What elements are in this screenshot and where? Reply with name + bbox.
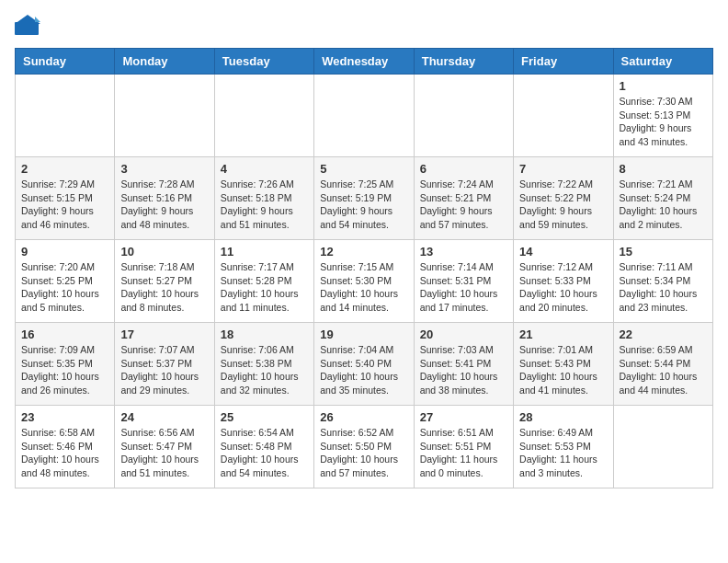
- calendar-cell: 2Sunrise: 7:29 AM Sunset: 5:15 PM Daylig…: [16, 157, 115, 240]
- calendar-cell: 22Sunrise: 6:59 AM Sunset: 5:44 PM Dayli…: [613, 323, 712, 406]
- day-info: Sunrise: 7:21 AM Sunset: 5:24 PM Dayligh…: [620, 178, 707, 232]
- day-info: Sunrise: 7:28 AM Sunset: 5:16 PM Dayligh…: [120, 178, 208, 232]
- calendar-week-row: 2Sunrise: 7:29 AM Sunset: 5:15 PM Daylig…: [16, 157, 713, 240]
- day-number: 14: [519, 245, 607, 259]
- day-number: 11: [221, 245, 308, 259]
- calendar-cell: 25Sunrise: 6:54 AM Sunset: 5:48 PM Dayli…: [214, 406, 313, 488]
- calendar-week-row: 23Sunrise: 6:58 AM Sunset: 5:46 PM Dayli…: [16, 406, 713, 488]
- calendar-cell: 15Sunrise: 7:11 AM Sunset: 5:34 PM Dayli…: [613, 240, 712, 323]
- day-number: 2: [21, 162, 108, 176]
- day-info: Sunrise: 7:07 AM Sunset: 5:37 PM Dayligh…: [120, 343, 208, 397]
- day-info: Sunrise: 7:25 AM Sunset: 5:19 PM Dayligh…: [320, 178, 407, 232]
- weekday-header-wednesday: Wednesday: [314, 49, 414, 75]
- calendar-cell: 9Sunrise: 7:20 AM Sunset: 5:25 PM Daylig…: [16, 240, 115, 323]
- day-number: 9: [21, 245, 108, 259]
- day-info: Sunrise: 6:51 AM Sunset: 5:51 PM Dayligh…: [420, 426, 507, 480]
- day-number: 27: [420, 410, 507, 424]
- svg-marker-2: [35, 17, 40, 22]
- weekday-header-row: SundayMondayTuesdayWednesdayThursdayFrid…: [16, 49, 713, 75]
- day-info: Sunrise: 7:29 AM Sunset: 5:15 PM Dayligh…: [21, 178, 108, 232]
- weekday-header-friday: Friday: [514, 49, 613, 75]
- day-number: 3: [120, 162, 208, 176]
- day-info: Sunrise: 6:59 AM Sunset: 5:44 PM Dayligh…: [620, 343, 707, 397]
- day-number: 8: [620, 162, 707, 176]
- day-info: Sunrise: 6:58 AM Sunset: 5:46 PM Dayligh…: [21, 426, 108, 480]
- calendar-cell: 20Sunrise: 7:03 AM Sunset: 5:41 PM Dayli…: [414, 323, 513, 406]
- calendar-cell: 17Sunrise: 7:07 AM Sunset: 5:37 PM Dayli…: [115, 323, 214, 406]
- calendar-cell: [314, 75, 414, 157]
- day-info: Sunrise: 7:26 AM Sunset: 5:18 PM Dayligh…: [221, 178, 308, 232]
- day-number: 13: [420, 245, 507, 259]
- calendar-cell: 18Sunrise: 7:06 AM Sunset: 5:38 PM Dayli…: [214, 323, 313, 406]
- calendar-cell: [214, 75, 313, 157]
- weekday-header-monday: Monday: [115, 49, 214, 75]
- day-info: Sunrise: 7:09 AM Sunset: 5:35 PM Dayligh…: [21, 343, 108, 397]
- day-number: 5: [320, 162, 407, 176]
- calendar-cell: 1Sunrise: 7:30 AM Sunset: 5:13 PM Daylig…: [613, 75, 712, 157]
- calendar-cell: [414, 75, 513, 157]
- day-info: Sunrise: 6:56 AM Sunset: 5:47 PM Dayligh…: [120, 426, 208, 480]
- day-number: 25: [221, 410, 308, 424]
- calendar-cell: [115, 75, 214, 157]
- day-number: 19: [320, 327, 407, 341]
- calendar-cell: 10Sunrise: 7:18 AM Sunset: 5:27 PM Dayli…: [115, 240, 214, 323]
- calendar-cell: 8Sunrise: 7:21 AM Sunset: 5:24 PM Daylig…: [613, 157, 712, 240]
- day-number: 20: [420, 327, 507, 341]
- day-info: Sunrise: 7:17 AM Sunset: 5:28 PM Dayligh…: [221, 260, 308, 315]
- calendar-cell: [514, 75, 613, 157]
- day-info: Sunrise: 7:12 AM Sunset: 5:33 PM Dayligh…: [519, 260, 607, 315]
- calendar-cell: 16Sunrise: 7:09 AM Sunset: 5:35 PM Dayli…: [16, 323, 115, 406]
- day-info: Sunrise: 7:11 AM Sunset: 5:34 PM Dayligh…: [620, 260, 707, 315]
- calendar-cell: 23Sunrise: 6:58 AM Sunset: 5:46 PM Dayli…: [16, 406, 115, 488]
- day-number: 4: [221, 162, 308, 176]
- day-number: 15: [620, 245, 707, 259]
- weekday-header-thursday: Thursday: [414, 49, 513, 75]
- day-info: Sunrise: 7:03 AM Sunset: 5:41 PM Dayligh…: [420, 343, 507, 397]
- day-number: 21: [519, 327, 607, 341]
- calendar-table: SundayMondayTuesdayWednesdayThursdayFrid…: [15, 48, 713, 488]
- day-info: Sunrise: 7:15 AM Sunset: 5:30 PM Dayligh…: [320, 260, 407, 315]
- day-number: 23: [21, 410, 108, 424]
- day-number: 28: [519, 410, 607, 424]
- day-number: 16: [21, 327, 108, 341]
- calendar-cell: 11Sunrise: 7:17 AM Sunset: 5:28 PM Dayli…: [214, 240, 313, 323]
- weekday-header-sunday: Sunday: [16, 49, 115, 75]
- svg-rect-0: [15, 22, 39, 35]
- day-number: 18: [221, 327, 308, 341]
- day-number: 10: [120, 245, 208, 259]
- day-number: 7: [519, 162, 607, 176]
- calendar-cell: 24Sunrise: 6:56 AM Sunset: 5:47 PM Dayli…: [115, 406, 214, 488]
- day-number: 26: [320, 410, 407, 424]
- calendar-cell: 4Sunrise: 7:26 AM Sunset: 5:18 PM Daylig…: [214, 157, 313, 240]
- calendar-cell: 14Sunrise: 7:12 AM Sunset: 5:33 PM Dayli…: [514, 240, 613, 323]
- day-info: Sunrise: 7:18 AM Sunset: 5:27 PM Dayligh…: [120, 260, 208, 315]
- day-number: 6: [420, 162, 507, 176]
- weekday-header-tuesday: Tuesday: [214, 49, 313, 75]
- logo-icon: [15, 15, 40, 37]
- calendar-week-row: 16Sunrise: 7:09 AM Sunset: 5:35 PM Dayli…: [16, 323, 713, 406]
- day-info: Sunrise: 7:01 AM Sunset: 5:43 PM Dayligh…: [519, 343, 607, 397]
- calendar-cell: [613, 406, 712, 488]
- day-number: 12: [320, 245, 407, 259]
- day-number: 17: [120, 327, 208, 341]
- calendar-cell: 21Sunrise: 7:01 AM Sunset: 5:43 PM Dayli…: [514, 323, 613, 406]
- calendar-cell: 7Sunrise: 7:22 AM Sunset: 5:22 PM Daylig…: [514, 157, 613, 240]
- day-info: Sunrise: 7:30 AM Sunset: 5:13 PM Dayligh…: [620, 95, 707, 149]
- day-info: Sunrise: 7:22 AM Sunset: 5:22 PM Dayligh…: [519, 178, 607, 232]
- page-header: [15, 15, 713, 37]
- day-number: 1: [620, 79, 707, 93]
- calendar-cell: 27Sunrise: 6:51 AM Sunset: 5:51 PM Dayli…: [414, 406, 513, 488]
- day-number: 24: [120, 410, 208, 424]
- calendar-cell: 12Sunrise: 7:15 AM Sunset: 5:30 PM Dayli…: [314, 240, 414, 323]
- calendar-cell: [16, 75, 115, 157]
- calendar-cell: 3Sunrise: 7:28 AM Sunset: 5:16 PM Daylig…: [115, 157, 214, 240]
- calendar-cell: 19Sunrise: 7:04 AM Sunset: 5:40 PM Dayli…: [314, 323, 414, 406]
- calendar-week-row: 9Sunrise: 7:20 AM Sunset: 5:25 PM Daylig…: [16, 240, 713, 323]
- logo: [15, 15, 44, 37]
- calendar-cell: 13Sunrise: 7:14 AM Sunset: 5:31 PM Dayli…: [414, 240, 513, 323]
- day-info: Sunrise: 7:14 AM Sunset: 5:31 PM Dayligh…: [420, 260, 507, 315]
- calendar-cell: 26Sunrise: 6:52 AM Sunset: 5:50 PM Dayli…: [314, 406, 414, 488]
- calendar-cell: 5Sunrise: 7:25 AM Sunset: 5:19 PM Daylig…: [314, 157, 414, 240]
- calendar-week-row: 1Sunrise: 7:30 AM Sunset: 5:13 PM Daylig…: [16, 75, 713, 157]
- calendar-cell: 28Sunrise: 6:49 AM Sunset: 5:53 PM Dayli…: [514, 406, 613, 488]
